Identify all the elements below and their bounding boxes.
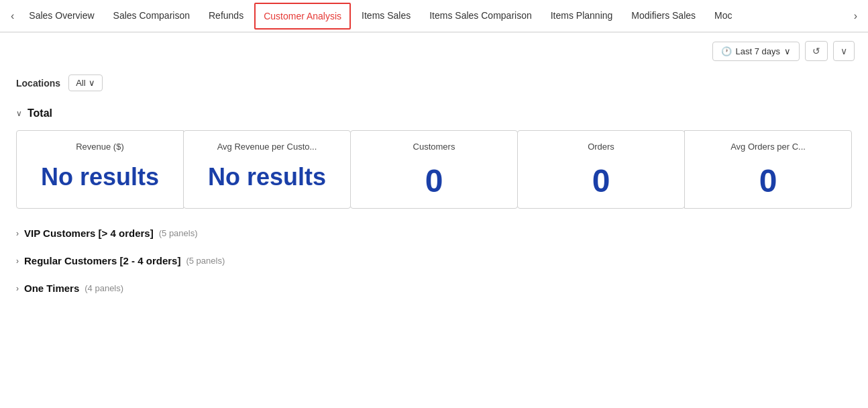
total-section-title: Total xyxy=(28,107,52,119)
metric-value-1: No results xyxy=(197,165,337,189)
collapsible-subtitle-1: (5 panels) xyxy=(186,256,225,266)
nav-item-customer-analysis[interactable]: Customer Analysis xyxy=(254,3,351,30)
refresh-icon: ↺ xyxy=(812,46,820,56)
metric-card-4: Avg Orders per C...0 xyxy=(684,130,852,209)
nav-item-refunds[interactable]: Refunds xyxy=(199,1,253,32)
nav-item-modifiers-sales[interactable]: Modifiers Sales xyxy=(622,1,705,32)
metric-card-1: Avg Revenue per Custo...No results xyxy=(183,130,351,209)
section-chevron-icon-1: › xyxy=(16,256,19,266)
section-chevron-icon-0: › xyxy=(16,229,19,238)
clock-icon: 🕐 xyxy=(721,46,732,56)
collapsible-section-1[interactable]: ›Regular Customers [2 - 4 orders](5 pane… xyxy=(0,247,868,274)
filters-row: Locations All ∨ xyxy=(0,69,868,102)
nav-left-arrow[interactable]: ‹ xyxy=(5,7,19,25)
section-chevron-icon-2: › xyxy=(16,284,19,293)
top-toolbar: 🕐 Last 7 days ∨ ↺ ∨ xyxy=(0,33,868,69)
total-section-header[interactable]: ∨ Total xyxy=(0,102,868,125)
navigation-bar: ‹ Sales OverviewSales ComparisonRefundsC… xyxy=(0,0,868,32)
collapsible-title-1: Regular Customers [2 - 4 orders] xyxy=(24,255,180,266)
collapsible-title-2: One Timers xyxy=(24,283,79,294)
metric-label-4: Avg Orders per C... xyxy=(698,142,838,152)
collapsible-section-2[interactable]: ›One Timers(4 panels) xyxy=(0,274,868,302)
date-filter-label: Last 7 days xyxy=(736,46,781,56)
location-dropdown[interactable]: All ∨ xyxy=(68,74,102,91)
nav-item-items-planning[interactable]: Items Planning xyxy=(541,1,622,32)
date-filter-button[interactable]: 🕐 Last 7 days ∨ xyxy=(712,42,800,61)
metric-value-3: 0 xyxy=(531,165,671,197)
metric-label-1: Avg Revenue per Custo... xyxy=(197,142,337,152)
date-chevron-icon: ∨ xyxy=(784,46,791,56)
nav-right-arrow[interactable]: › xyxy=(849,7,863,25)
metric-label-0: Revenue ($) xyxy=(30,142,170,152)
metric-card-2: Customers0 xyxy=(350,130,518,209)
total-chevron-icon: ∨ xyxy=(16,109,22,118)
nav-item-moc[interactable]: Moc xyxy=(705,1,741,32)
more-options-button[interactable]: ∨ xyxy=(833,41,855,61)
collapsible-title-0: VIP Customers [> 4 orders] xyxy=(24,227,154,239)
metrics-row: Revenue ($)No resultsAvg Revenue per Cus… xyxy=(0,125,868,219)
collapsible-sections: ›VIP Customers [> 4 orders](5 panels)›Re… xyxy=(0,219,868,302)
metric-card-3: Orders0 xyxy=(517,130,685,209)
more-chevron-icon: ∨ xyxy=(840,46,847,56)
refresh-button[interactable]: ↺ xyxy=(805,41,828,61)
nav-item-sales-overview[interactable]: Sales Overview xyxy=(19,1,103,32)
collapsible-subtitle-2: (4 panels) xyxy=(85,283,123,293)
metric-label-2: Customers xyxy=(364,142,504,152)
nav-item-items-sales[interactable]: Items Sales xyxy=(352,1,420,32)
nav-item-sales-comparison[interactable]: Sales Comparison xyxy=(104,1,199,32)
collapsible-subtitle-0: (5 panels) xyxy=(159,228,198,238)
location-chevron-icon: ∨ xyxy=(89,78,95,88)
metric-card-0: Revenue ($)No results xyxy=(16,130,184,209)
location-value: All xyxy=(76,78,85,88)
nav-item-items-sales-comparison[interactable]: Items Sales Comparison xyxy=(420,1,541,32)
metric-value-2: 0 xyxy=(364,165,504,197)
nav-items-container: Sales OverviewSales ComparisonRefundsCus… xyxy=(19,1,848,32)
metric-label-3: Orders xyxy=(531,142,671,152)
metric-value-4: 0 xyxy=(698,165,838,197)
location-filter-label: Locations xyxy=(16,78,60,89)
metric-value-0: No results xyxy=(30,165,170,189)
collapsible-section-0[interactable]: ›VIP Customers [> 4 orders](5 panels) xyxy=(0,219,868,247)
